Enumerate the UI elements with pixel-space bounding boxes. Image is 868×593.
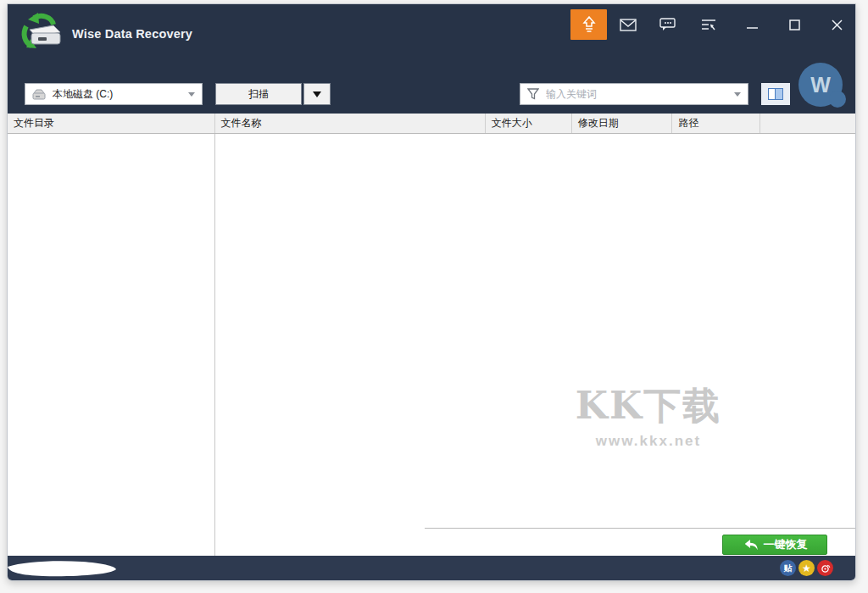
search-filter-box xyxy=(520,83,748,105)
watermark: KK下载 www.kkx.net xyxy=(538,381,759,450)
close-icon xyxy=(832,19,843,30)
recover-button-label: 一键恢复 xyxy=(764,537,808,552)
file-list-panel[interactable]: KK下载 www.kkx.net 一键恢复 xyxy=(216,134,855,557)
main-content: KK下载 www.kkx.net 一键恢复 xyxy=(8,134,855,557)
app-logo-icon xyxy=(19,11,65,50)
qzone-icon[interactable]: ★ xyxy=(798,560,815,576)
upgrade-button[interactable] xyxy=(570,9,607,40)
table-header-row: 文件目录 文件名称 文件大小 修改日期 路径 xyxy=(8,114,855,134)
drive-selector-value: 本地磁盘 (C:) xyxy=(53,87,188,102)
minimize-icon xyxy=(747,19,758,30)
watermark-url: www.kkx.net xyxy=(538,433,759,450)
upgrade-icon xyxy=(581,16,597,33)
undo-arrow-icon xyxy=(743,538,759,551)
column-header-filename[interactable]: 文件名称 xyxy=(215,114,486,133)
app-window: Wise Data Recovery xyxy=(7,3,856,581)
menu-icon xyxy=(701,19,716,31)
menu-button[interactable] xyxy=(693,9,724,40)
filter-icon xyxy=(527,88,539,100)
recover-button[interactable]: 一键恢复 xyxy=(722,535,827,555)
maximize-button[interactable] xyxy=(779,9,810,40)
column-header-directory[interactable]: 文件目录 xyxy=(8,114,215,133)
layout-toggle-button[interactable] xyxy=(761,83,790,105)
column-header-filesize[interactable]: 文件大小 xyxy=(486,114,572,133)
feedback-button[interactable] xyxy=(652,9,682,40)
directory-tree-panel[interactable] xyxy=(8,134,215,557)
weibo-icon[interactable] xyxy=(817,560,833,576)
drive-selector[interactable]: 本地磁盘 (C:) xyxy=(25,83,203,105)
chevron-down-icon xyxy=(188,92,195,97)
column-header-extra[interactable] xyxy=(760,114,855,133)
mail-button[interactable] xyxy=(613,9,643,40)
censored-text-blob xyxy=(8,559,126,579)
column-header-modified[interactable]: 修改日期 xyxy=(572,114,673,133)
scan-button[interactable]: 扫描 xyxy=(215,83,302,105)
scan-options-button[interactable] xyxy=(303,83,331,105)
search-chevron-icon xyxy=(734,92,741,97)
action-bar: 一键恢复 xyxy=(425,528,855,557)
minimize-button[interactable] xyxy=(737,9,767,40)
search-input[interactable] xyxy=(546,88,734,100)
feedback-icon xyxy=(659,18,676,31)
close-button[interactable] xyxy=(821,9,852,40)
weibo-eye-icon xyxy=(821,563,831,574)
mail-icon xyxy=(620,19,637,31)
split-view-icon xyxy=(768,88,783,100)
column-header-path[interactable]: 路径 xyxy=(672,114,760,133)
app-title: Wise Data Recovery xyxy=(72,27,192,41)
status-bar: 贴 ★ xyxy=(8,556,855,580)
title-bar: Wise Data Recovery xyxy=(8,4,855,114)
watermark-title: KK下载 xyxy=(538,381,759,431)
dropdown-arrow-icon xyxy=(313,91,321,97)
social-links: 贴 ★ xyxy=(780,560,833,576)
drive-icon xyxy=(32,89,46,100)
tieba-icon[interactable]: 贴 xyxy=(780,560,796,576)
user-avatar[interactable]: W xyxy=(798,63,843,107)
maximize-icon xyxy=(789,19,800,30)
